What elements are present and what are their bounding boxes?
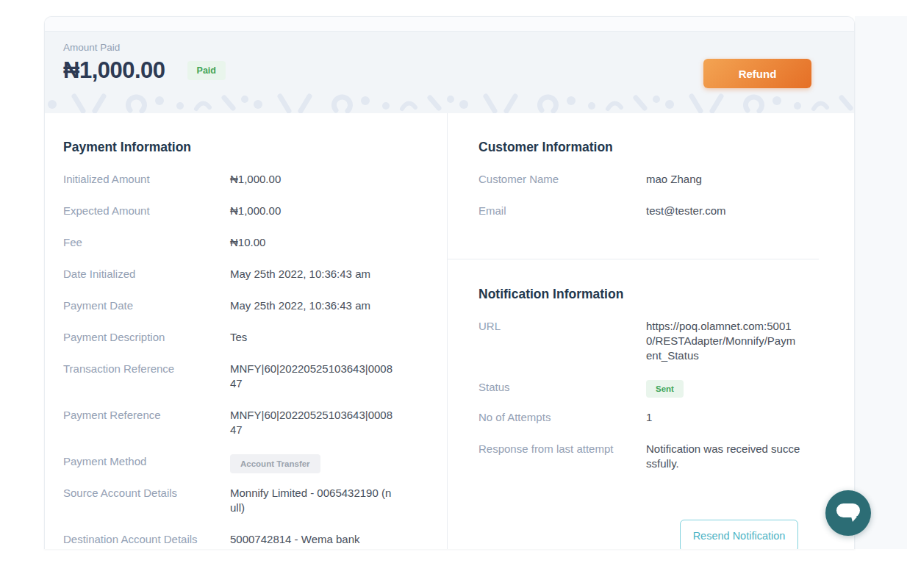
info-value: 1 <box>646 410 800 425</box>
info-value: ₦10.00 <box>230 235 393 250</box>
transaction-detail-page: Amount Paid ₦1,000.00 Paid Refund <box>0 0 907 588</box>
info-value: Tes <box>230 330 393 345</box>
info-label: Initialized Amount <box>63 172 230 187</box>
detail-columns: Payment Information Initialized Amount ₦… <box>45 113 854 549</box>
section-divider <box>448 259 819 259</box>
info-value: MNFY|60|20220525103643|000847 <box>230 408 393 437</box>
info-row-fee: Fee ₦10.00 <box>63 235 447 250</box>
info-value: MNFY|60|20220525103643|000847 <box>230 362 393 391</box>
payment-method-badge: Account Transfer <box>230 454 320 473</box>
info-value: Monnify Limited - 0065432190 (null) <box>230 486 393 515</box>
info-label: Customer Name <box>478 172 646 187</box>
info-row-payment-description: Payment Description Tes <box>63 330 447 345</box>
info-value: ₦1,000.00 <box>230 204 393 218</box>
info-row-payment-date: Payment Date May 25th 2022, 10:36:43 am <box>63 298 447 313</box>
info-row-notification-status: Status Sent <box>478 380 854 398</box>
payment-information-section: Payment Information Initialized Amount ₦… <box>45 113 447 549</box>
info-value: https://poq.olamnet.com:50010/RESTAdapte… <box>646 319 800 363</box>
amount-paid-label: Amount Paid <box>63 42 854 53</box>
info-value: mao Zhang <box>646 172 800 187</box>
notification-information-section: Notification Information URL https://poq… <box>478 287 854 549</box>
info-value: test@tester.com <box>646 204 800 218</box>
payment-summary-header: Amount Paid ₦1,000.00 Paid Refund <box>45 31 854 113</box>
info-value: May 25th 2022, 10:36:43 am <box>230 267 393 282</box>
info-label: Fee <box>63 235 230 250</box>
info-label: URL <box>478 319 646 363</box>
info-row-last-response: Response from last attempt Notification … <box>478 442 854 471</box>
info-label: No of Attempts <box>478 410 646 425</box>
info-label: Source Account Details <box>63 486 230 515</box>
info-row-expected-amount: Expected Amount ₦1,000.00 <box>63 204 447 218</box>
info-row-payment-method: Payment Method Account Transfer <box>63 454 447 473</box>
amount-paid-value: ₦1,000.00 <box>63 57 165 84</box>
info-row-payment-reference: Payment Reference MNFY|60|20220525103643… <box>63 408 447 437</box>
section-title: Payment Information <box>63 140 447 155</box>
chat-bubble-icon <box>836 503 861 523</box>
info-row-initialized-amount: Initialized Amount ₦1,000.00 <box>63 172 447 187</box>
info-row-url: URL https://poq.olamnet.com:50010/RESTAd… <box>478 319 854 363</box>
card-top-strip <box>45 17 854 31</box>
info-label: Payment Method <box>63 454 230 473</box>
info-row-transaction-reference: Transaction Reference MNFY|60|2022052510… <box>63 362 447 391</box>
info-label: Transaction Reference <box>63 362 230 391</box>
transaction-card: Amount Paid ₦1,000.00 Paid Refund <box>44 16 855 549</box>
info-label: Date Initialized <box>63 267 230 282</box>
section-title: Customer Information <box>478 140 854 155</box>
info-label: Payment Date <box>63 298 230 313</box>
info-value: Notification was received successfully. <box>646 442 800 471</box>
info-label: Status <box>478 380 646 398</box>
info-value: ₦1,000.00 <box>230 172 393 187</box>
resend-notification-button[interactable]: Resend Notification <box>680 520 798 549</box>
info-label: Expected Amount <box>63 204 230 218</box>
customer-information-section: Customer Information Customer Name mao Z… <box>478 140 854 218</box>
paid-status-badge: Paid <box>187 61 226 80</box>
right-column: Customer Information Customer Name mao Z… <box>447 113 854 549</box>
info-value: May 25th 2022, 10:36:43 am <box>230 298 393 313</box>
info-row-date-initialized: Date Initialized May 25th 2022, 10:36:43… <box>63 267 447 282</box>
info-value: 5000742814 - Wema bank <box>230 532 393 547</box>
info-row-attempts: No of Attempts 1 <box>478 410 854 425</box>
info-label: Payment Reference <box>63 408 230 437</box>
sent-status-badge: Sent <box>646 380 684 398</box>
info-row-email: Email test@tester.com <box>478 204 854 218</box>
chat-widget-button[interactable] <box>825 490 871 536</box>
info-label: Payment Description <box>63 330 230 345</box>
info-label: Email <box>478 204 646 218</box>
info-row-source-account: Source Account Details Monnify Limited -… <box>63 486 447 515</box>
section-title: Notification Information <box>478 287 854 302</box>
info-row-customer-name: Customer Name mao Zhang <box>478 172 854 187</box>
info-label: Response from last attempt <box>478 442 646 471</box>
info-row-destination-account: Destination Account Details 5000742814 -… <box>63 532 447 547</box>
page-background-strip <box>855 16 907 549</box>
refund-button[interactable]: Refund <box>703 59 811 88</box>
info-label: Destination Account Details <box>63 532 230 547</box>
confetti-pattern <box>45 93 854 113</box>
